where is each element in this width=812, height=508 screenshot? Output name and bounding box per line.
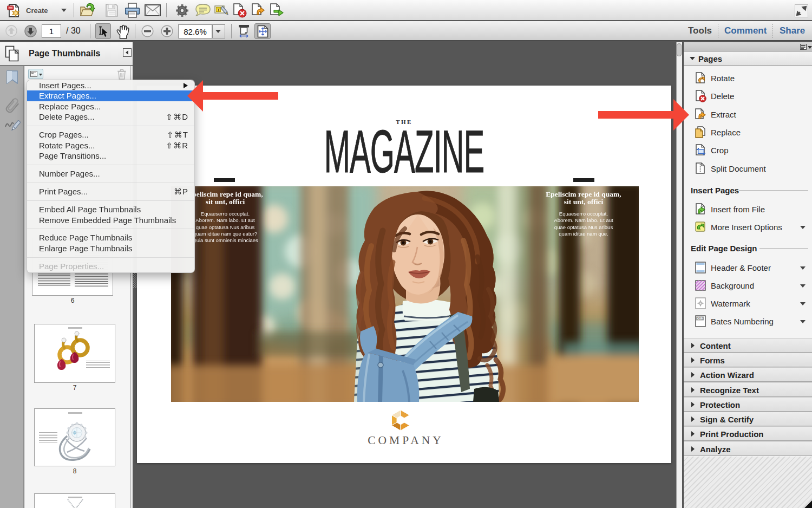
svg-text:0012: 0012: [697, 317, 703, 320]
svg-text:T: T: [217, 8, 220, 12]
